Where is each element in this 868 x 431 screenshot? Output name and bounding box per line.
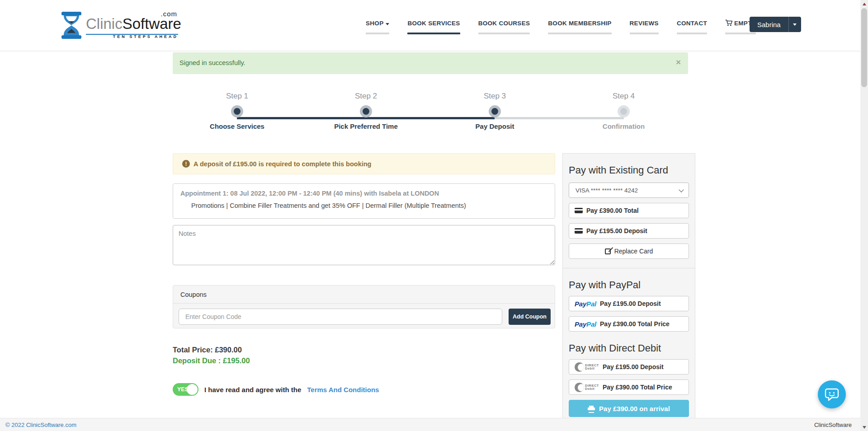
terms-text: I have read and agree with the [204,386,301,394]
footer: © 2022 ClinicSoftware.com ClinicSoftware [0,418,868,431]
terms-toggle[interactable]: YES [173,383,198,396]
nav-contact[interactable]: CONTACT [671,17,713,34]
paypal-total-button[interactable]: PayPal Pay £390.00 Total Price [569,316,689,332]
scrollbar-thumb[interactable] [861,8,867,87]
edit-icon [605,248,611,254]
paypal-deposit-button[interactable]: PayPal Pay £195.00 Deposit [569,296,689,311]
user-name: Sabrina [750,17,788,32]
deposit-due: Deposit Due : £195.00 [173,356,250,365]
sidebar-divider [563,268,695,268]
credit-card-icon [575,228,583,234]
caret-down-icon [793,23,797,26]
nav-shop[interactable]: SHOP [360,17,395,34]
direct-debit-heading: Pay with Direct Debit [569,342,689,354]
user-menu-caret[interactable] [788,17,801,32]
step-2-pick-preferred-time: Step 2 Pick Preferred Time [302,92,430,130]
scroll-down-arrow[interactable] [860,423,868,431]
scroll-up-arrow[interactable] [860,0,868,8]
total-price: Total Price: £390.00 [173,346,242,354]
paypal-logo: PayPal [575,320,596,328]
card-select[interactable]: VISA **** **** **** 4242 [569,183,689,198]
nav-reviews[interactable]: REVIEWS [624,17,665,34]
footer-brand: ClinicSoftware [814,422,852,428]
logo-clinic: Clinic [86,15,123,32]
appointment-summary: Appointment 1: 08 Jul 2022, 12:00 PM - 1… [173,183,555,219]
existing-card-heading: Pay with Existing Card [569,164,689,176]
replace-card-button[interactable]: Replace Card [569,244,689,259]
nav-book-courses[interactable]: BOOK COURSES [472,17,536,34]
direct-debit-logo: DIRECTDebit [575,362,599,372]
add-coupon-button[interactable]: Add Coupon [509,309,551,325]
direct-debit-total-button[interactable]: DIRECTDebit Pay £390.00 Total Price [569,379,689,395]
footer-copyright-link[interactable]: © 2022 ClinicSoftware.com [5,422,76,428]
caret-down-icon [386,23,389,25]
user-menu-button[interactable]: Sabrina [750,17,801,32]
pay-on-arrival-button[interactable]: Pay £390.00 on arrival [569,400,689,417]
step-dot [620,108,627,115]
chat-widget-button[interactable] [818,380,846,408]
notice-text: A deposit of £195.00 is required to comp… [193,160,371,168]
step-dot [491,108,498,115]
coupons-panel: Coupons Add Coupon [173,285,555,328]
booking-page: .com ClinicSoftware TEN STEPS AHEAD SHOP… [0,0,868,431]
paypal-logo: PayPal [575,300,596,308]
appointment-service: Promotions | Combine Filler Treatments a… [191,202,547,209]
alert-message: Signed in successfully. [179,59,245,66]
card-select-value: VISA **** **** **** 4242 [576,187,638,194]
cart-icon [725,19,732,26]
step-dot [363,108,369,115]
paypal-heading: Pay with PayPal [569,279,689,291]
deposit-required-notice: A deposit of £195.00 is required to comp… [173,153,555,174]
main-nav: SHOP BOOK SERVICES BOOK COURSES BOOK MEM… [360,0,762,51]
payment-sidebar: Pay with Existing Card VISA **** **** **… [562,153,695,420]
chat-smiley-icon [824,387,840,402]
step-3-pay-deposit: Step 3 Pay Deposit [430,92,559,130]
logo-tagline: TEN STEPS AHEAD [113,34,178,39]
terms-agreement-row: YES I have read and agree with the Terms… [173,383,379,396]
logo-software: Software [123,15,181,32]
nav-book-services[interactable]: BOOK SERVICES [401,17,466,34]
scrollbar[interactable] [860,0,868,431]
clinicsoftware-logo[interactable]: .com ClinicSoftware TEN STEPS AHEAD [61,11,178,42]
direct-debit-logo: DIRECTDebit [575,383,599,392]
header: .com ClinicSoftware TEN STEPS AHEAD SHOP… [0,0,868,51]
coupon-code-input[interactable] [179,309,502,325]
pay-deposit-card-button[interactable]: Pay £195.00 Deposit [569,223,689,239]
appointment-details: Appointment 1: 08 Jul 2022, 12:00 PM - 1… [180,190,547,197]
exclamation-circle-icon [182,160,190,168]
nav-book-membership[interactable]: BOOK MEMBERSHIP [542,17,617,34]
step-dot [234,108,241,115]
toggle-knob [187,384,198,395]
chevron-down-icon [679,187,684,192]
step-1-choose-services: Step 1 Choose Services [173,92,302,130]
notes-input[interactable] [173,225,555,265]
hourglass-logo-icon [61,12,82,39]
success-alert: Signed in successfully. × [173,52,688,74]
printer-icon [588,406,595,412]
pay-total-card-button[interactable]: Pay £390.00 Total [569,203,689,218]
step-4-confirmation: Step 4 Confirmation [559,92,688,130]
close-icon[interactable]: × [676,58,681,66]
coupons-title: Coupons [173,286,555,304]
terms-and-conditions-link[interactable]: Terms And Conditions [307,386,379,394]
direct-debit-deposit-button[interactable]: DIRECTDebit Pay £195.00 Deposit [569,359,689,375]
progress-steps: Step 1 Choose Services Step 2 Pick Prefe… [173,92,688,146]
credit-card-icon [575,208,583,213]
